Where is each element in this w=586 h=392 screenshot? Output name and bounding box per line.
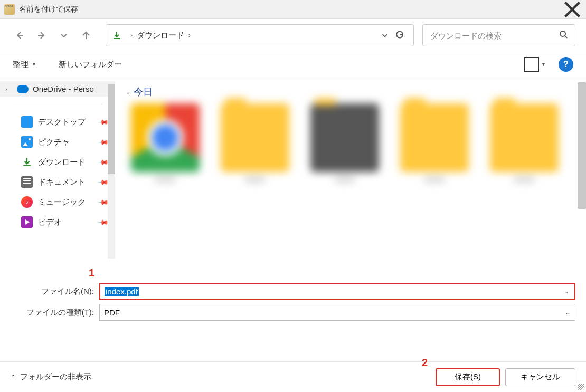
file-thumbnails: xxxxxx xxxxxx xxxxxx xxxxxx xxxxxx xyxy=(126,103,575,198)
cancel-button[interactable]: キャンセル xyxy=(505,368,575,386)
file-item[interactable]: xxxxxx xyxy=(395,103,474,198)
search-icon xyxy=(559,30,568,41)
music-icon: ♪ xyxy=(21,196,33,208)
chevron-down-icon xyxy=(60,31,68,40)
file-list[interactable]: ⌄ 今日 xxxxxx xxxxxx xxxxxx xxxxxx xxxxxx xyxy=(115,77,586,279)
svg-point-0 xyxy=(560,31,565,36)
organize-menu[interactable]: 整理 ▼ xyxy=(13,60,36,70)
sidebar-item-label: ミュージック xyxy=(38,197,86,207)
sidebar-scrollbar[interactable] xyxy=(108,84,115,259)
sidebar: › OneDrive - Perso デスクトップ 📌 ピクチャ 📌 ダウンロー… xyxy=(0,77,115,279)
sidebar-item-videos[interactable]: ビデオ 📌 xyxy=(0,212,115,232)
sidebar-item-label: デスクトップ xyxy=(38,117,86,127)
chevron-up-icon: ⌃ xyxy=(11,374,16,381)
filetype-value: PDF xyxy=(104,308,120,317)
address-bar[interactable]: › ダウンロード › xyxy=(106,24,414,46)
sidebar-item-label: ピクチャ xyxy=(38,137,70,147)
filename-row: ファイル名(N): index.pdf ⌄ xyxy=(11,283,575,300)
file-item[interactable]: xxxxxx xyxy=(215,103,295,198)
sidebar-item-onedrive[interactable]: › OneDrive - Perso xyxy=(0,81,115,97)
sidebar-item-downloads[interactable]: ダウンロード 📌 xyxy=(0,152,115,172)
chevron-right-icon: › xyxy=(5,86,13,92)
chevron-down-icon: ⌄ xyxy=(126,89,130,95)
filename-label: ファイル名(N): xyxy=(11,286,99,297)
sidebar-item-music[interactable]: ♪ ミュージック 📌 xyxy=(0,192,115,212)
breadcrumb-separator: › xyxy=(188,32,191,39)
help-button[interactable]: ? xyxy=(559,57,573,72)
new-folder-button[interactable]: 新しいフォルダー xyxy=(59,60,122,70)
sidebar-item-label: ビデオ xyxy=(38,217,62,227)
close-button[interactable] xyxy=(563,2,582,17)
filename-value: index.pdf xyxy=(105,287,139,296)
breadcrumb-separator: › xyxy=(130,32,133,39)
chevron-down-icon: ▼ xyxy=(32,62,36,67)
downloads-icon xyxy=(21,156,33,168)
chevron-down-icon[interactable]: ⌄ xyxy=(565,309,570,316)
sidebar-item-label: ドキュメント xyxy=(38,177,86,187)
downloads-icon xyxy=(112,31,121,40)
up-button[interactable] xyxy=(77,26,95,44)
back-button[interactable] xyxy=(11,26,29,44)
filetype-select[interactable]: PDF ⌄ xyxy=(99,304,575,321)
documents-icon xyxy=(21,176,33,188)
file-item[interactable]: xxxxxx xyxy=(126,103,205,198)
sidebar-item-pictures[interactable]: ピクチャ 📌 xyxy=(0,132,115,152)
resize-grip[interactable] xyxy=(578,384,584,390)
chevron-down-icon[interactable]: ⌄ xyxy=(564,288,569,295)
hide-folders-label: フォルダーの非表示 xyxy=(20,372,91,382)
group-header-today[interactable]: ⌄ 今日 xyxy=(126,85,575,98)
annotation-2: 2 xyxy=(422,357,428,369)
window-title: 名前を付けて保存 xyxy=(19,5,563,14)
video-icon xyxy=(21,216,33,228)
sidebar-item-label: ダウンロード xyxy=(38,157,86,167)
hide-folders-button[interactable]: ⌃ フォルダーの非表示 xyxy=(11,372,91,382)
view-mode-button[interactable] xyxy=(524,57,539,72)
app-icon xyxy=(4,4,15,15)
sidebar-item-label: OneDrive - Perso xyxy=(33,84,94,93)
footer: ⌃ フォルダーの非表示 2 保存(S) キャンセル xyxy=(0,361,586,392)
filename-input[interactable]: index.pdf ⌄ xyxy=(99,283,575,300)
sidebar-item-documents[interactable]: ドキュメント 📌 xyxy=(0,172,115,192)
view-dropdown[interactable]: ▼ xyxy=(541,62,546,67)
address-dropdown-button[interactable] xyxy=(377,32,392,39)
file-item[interactable]: xxxxxx xyxy=(305,103,384,198)
arrow-left-icon xyxy=(15,31,24,40)
file-item[interactable]: xxxxxx xyxy=(485,103,564,198)
forward-button[interactable] xyxy=(33,26,51,44)
title-bar: 名前を付けて保存 xyxy=(0,0,586,19)
close-icon xyxy=(563,0,582,19)
separator xyxy=(13,104,102,104)
chevron-down-icon xyxy=(381,32,389,39)
filetype-row: ファイルの種類(T): PDF ⌄ xyxy=(11,304,575,321)
recent-button[interactable] xyxy=(55,26,73,44)
arrow-right-icon xyxy=(37,31,46,40)
save-button[interactable]: 保存(S) xyxy=(436,368,500,386)
search-box[interactable] xyxy=(422,24,575,46)
sidebar-item-desktop[interactable]: デスクトップ 📌 xyxy=(0,112,115,132)
content-scrollbar[interactable] xyxy=(578,82,586,209)
refresh-icon xyxy=(395,31,404,40)
body-area: › OneDrive - Perso デスクトップ 📌 ピクチャ 📌 ダウンロー… xyxy=(0,77,586,279)
scrollbar-thumb[interactable] xyxy=(108,84,115,174)
desktop-icon xyxy=(21,116,33,128)
organize-label: 整理 xyxy=(13,60,29,70)
arrow-up-icon xyxy=(82,31,90,40)
breadcrumb-item[interactable]: ダウンロード xyxy=(137,31,184,41)
toolbar: 整理 ▼ 新しいフォルダー ▼ ? xyxy=(0,52,586,77)
pictures-icon xyxy=(21,136,33,148)
annotation-1: 1 xyxy=(89,267,94,279)
refresh-button[interactable] xyxy=(392,31,407,40)
nav-bar: › ダウンロード › xyxy=(0,19,586,52)
cloud-icon xyxy=(17,85,29,93)
form-area: 1 ファイル名(N): index.pdf ⌄ ファイルの種類(T): PDF … xyxy=(0,279,586,321)
filetype-label: ファイルの種類(T): xyxy=(11,308,99,318)
search-input[interactable] xyxy=(430,31,559,40)
group-label: 今日 xyxy=(134,85,153,98)
